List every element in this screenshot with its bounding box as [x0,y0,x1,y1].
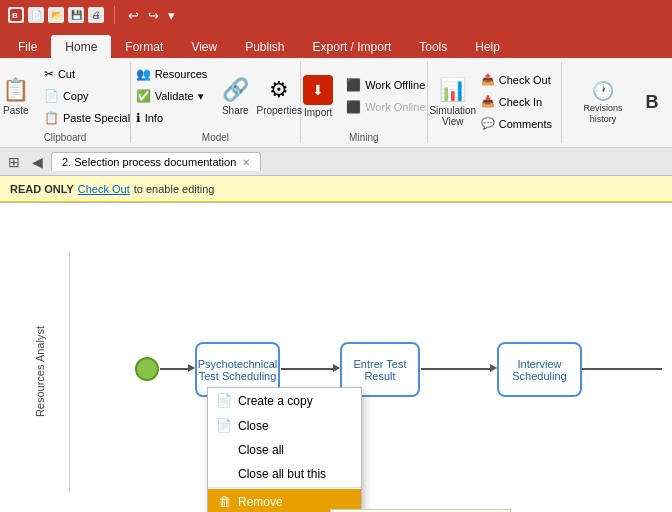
model-group: 👥 Resources ✅ Validate ▾ ℹ Info 🔗 Share … [131,62,301,143]
view-col: 📤 Check Out 📥 Check In 💬 Comments [477,70,556,134]
copy-button[interactable]: 📄 Copy [40,86,134,106]
clipboard-label: Clipboard [44,130,87,143]
ribbon: 📋 Paste ✂ Cut 📄 Copy 📋 Paste Special Cli… [0,58,672,148]
check-in-button[interactable]: 📥 Check In [477,92,556,112]
work-online-button[interactable]: ⬛ Work Online [342,97,429,117]
revisions-content: 🕐 Revisions history B [570,62,664,143]
readonly-text: READ ONLY [10,183,74,195]
print-icon[interactable]: 🖨 [88,7,104,23]
arrow-head-1 [188,364,195,372]
info-button[interactable]: ℹ Info [132,108,212,128]
start-node [135,357,159,381]
checkout-link[interactable]: Check Out [78,183,130,195]
work-offline-button[interactable]: ⬛ Work Offline [342,75,429,95]
doc-tab-label: 2. Selection process documentation [62,156,236,168]
paste-icon: 📋 [2,77,29,103]
paste-special-button[interactable]: 📋 Paste Special [40,108,134,128]
ctx-close-label: Close [238,419,269,433]
diagram-area: Resources Analyst PsychotechnicalTest Sc… [0,202,672,512]
new-icon[interactable]: 📄 [28,7,44,23]
ctx-create-copy[interactable]: 📄 Create a copy [208,388,361,413]
undo-button[interactable]: ↩ [125,8,142,23]
tab-close-icon[interactable]: ✕ [242,157,250,168]
open-icon[interactable]: 📂 [48,7,64,23]
resources-icon: 👥 [136,67,151,81]
share-button[interactable]: 🔗 Share [215,66,255,126]
resources-button[interactable]: 👥 Resources [132,64,212,84]
app-icon: B [8,7,24,23]
model-label: Model [202,130,229,143]
validate-button[interactable]: ✅ Validate ▾ [132,86,212,106]
view-content: 📊 SimulationView 📤 Check Out 📥 Check In … [436,62,553,141]
doc-tab[interactable]: 2. Selection process documentation ✕ [51,152,261,171]
work-online-icon: ⬛ [346,100,361,114]
create-copy-icon: 📄 [216,393,232,408]
share-label: Share [222,105,249,116]
simulation-icon: 📊 [439,77,466,103]
svg-text:B: B [12,11,18,20]
work-offline-label: Work Offline [365,79,425,91]
interview-label: InterviewScheduling [512,358,566,382]
check-out-icon: 📤 [481,73,495,86]
comments-button[interactable]: 💬 Comments [477,114,556,134]
close-icon: 📄 [216,418,232,433]
tab-export[interactable]: Export / Import [299,35,406,58]
info-label: Info [145,112,163,124]
redo-button[interactable]: ↪ [145,8,162,23]
ribbon-tabs: File Home Format View Publish Export / I… [0,30,672,58]
ctx-close-all-but[interactable]: Close all but this [208,462,361,486]
revisions-group: 🕐 Revisions history B [562,62,672,143]
ctx-close-all[interactable]: Close all [208,438,361,462]
context-menu: 📄 Create a copy 📄 Close Close all Close … [207,387,362,512]
import-icon: ⬇ [303,75,333,105]
arrow-head-2 [333,364,340,372]
swim-lane: Resources Analyst [10,252,70,492]
save-icon[interactable]: 💾 [68,7,84,23]
import-label: Import [304,107,332,118]
ctx-close[interactable]: 📄 Close [208,413,361,438]
ctx-close-all-but-label: Close all but this [238,467,326,481]
readonly-suffix: to enable editing [134,183,215,195]
comments-label: Comments [499,118,552,130]
arrow-psycho-entrer [281,368,336,370]
arrow-start-psycho [160,368,190,370]
work-online-label: Work Online [365,101,425,113]
check-out-button[interactable]: 📤 Check Out [477,70,556,90]
simulation-view-button[interactable]: 📊 SimulationView [433,72,473,132]
cut-button[interactable]: ✂ Cut [40,64,134,84]
more-button[interactable]: ▾ [165,8,178,23]
simulation-label: SimulationView [429,105,476,127]
revisions-button[interactable]: 🕐 Revisions history [570,73,636,133]
psycho-label: PsychotechnicalTest Scheduling [198,358,278,382]
view-group: 📊 SimulationView 📤 Check Out 📥 Check In … [428,62,562,143]
validate-label: Validate [155,90,194,102]
properties-icon: ⚙ [269,77,289,103]
tab-file[interactable]: File [4,35,51,58]
check-in-label: Check In [499,96,542,108]
validate-arrow: ▾ [198,90,204,103]
check-in-icon: 📥 [481,95,495,108]
paste-special-label: Paste Special [63,112,130,124]
tab-tools[interactable]: Tools [405,35,461,58]
import-button[interactable]: ⬇ Import [298,66,338,126]
tab-home[interactable]: Home [51,35,111,58]
tab-publish[interactable]: Publish [231,35,298,58]
paste-special-icon: 📋 [44,111,59,125]
revisions-label: Revisions history [576,103,630,125]
remove-icon: 🗑 [216,494,232,509]
tab-back-button[interactable]: ◀ [28,154,47,170]
share-icon: 🔗 [222,77,249,103]
interview-node[interactable]: InterviewScheduling [497,342,582,397]
tab-view[interactable]: View [177,35,231,58]
properties-button[interactable]: ⚙ Properties [259,66,299,126]
tab-format[interactable]: Format [111,35,177,58]
tab-help[interactable]: Help [461,35,514,58]
readonly-bar: READ ONLY Check Out to enable editing [0,176,672,202]
tab-nav-icon[interactable]: ⊞ [4,154,24,170]
paste-label: Paste [3,105,29,116]
comments-icon: 💬 [481,117,495,130]
work-offline-icon: ⬛ [346,78,361,92]
paste-button[interactable]: 📋 Paste [0,66,36,126]
mining-group: ⬇ Import ⬛ Work Offline ⬛ Work Online Mi… [301,62,428,143]
ctx-close-all-label: Close all [238,443,284,457]
